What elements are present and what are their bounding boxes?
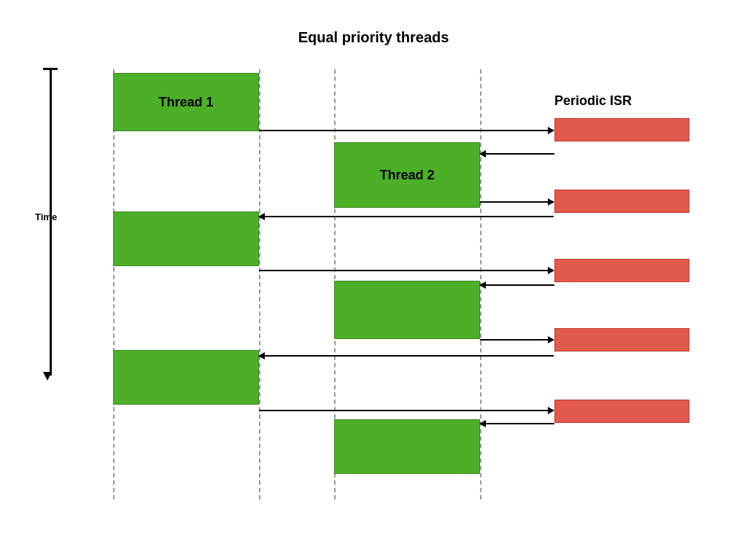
dashed-line-thread1-right (259, 69, 260, 499)
isr-box-4 (554, 328, 689, 351)
isr-box-1 (554, 118, 689, 141)
arrow-t2-to-isr-1 (480, 201, 554, 203)
thread1-box-1: Thread 1 (113, 73, 259, 131)
arrow-isr-to-t2-1 (480, 153, 554, 155)
arrow-t1-to-isr-2 (259, 270, 554, 271)
thread1-box-2 (113, 211, 259, 266)
time-axis-line (50, 69, 52, 376)
arrow-t1-to-isr-3 (259, 410, 554, 411)
isr-box-2 (554, 190, 689, 213)
thread2-box-3 (334, 419, 480, 474)
time-label: Time (35, 211, 57, 222)
time-axis-arrow (43, 372, 52, 381)
isr-box-5 (554, 400, 689, 423)
thread2-box-2 (334, 281, 480, 339)
isr-box-3 (554, 259, 689, 282)
periodic-isr-label: Periodic ISR (554, 93, 632, 109)
diagram-container: Equal priority threads Time Periodic ISR… (0, 0, 747, 560)
arrow-isr-to-t1-1 (259, 216, 554, 217)
arrow-t2-to-isr-2 (480, 339, 554, 341)
arrow-isr-to-t2-3 (480, 423, 554, 424)
page-title: Equal priority threads (0, 29, 747, 46)
arrow-t1-to-isr-1 (259, 130, 554, 131)
thread1-box-3 (113, 350, 259, 405)
time-axis-top-tick (43, 68, 58, 70)
arrow-isr-to-t1-2 (259, 355, 554, 357)
thread2-box-1: Thread 2 (334, 142, 480, 208)
arrow-isr-to-t2-2 (480, 284, 554, 286)
dashed-line-thread1-left (113, 69, 115, 499)
